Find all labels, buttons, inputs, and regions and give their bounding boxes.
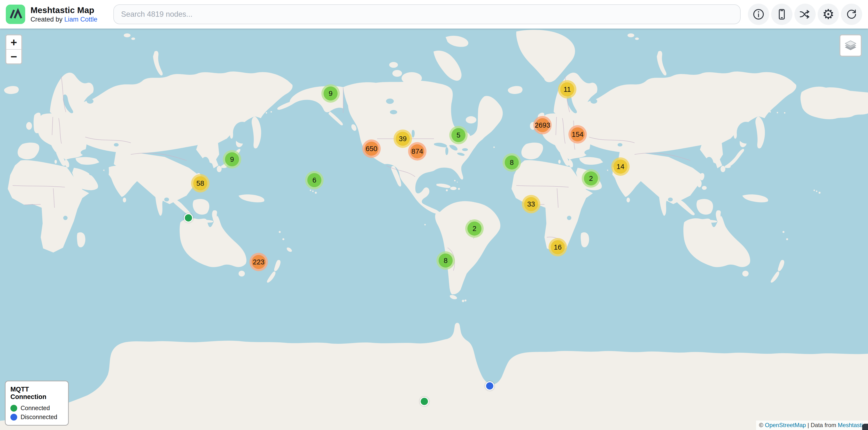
node-marker-connected[interactable] — [420, 397, 429, 406]
meshtastic-logo-icon — [8, 8, 23, 21]
layers-button[interactable] — [839, 34, 862, 57]
refresh-button[interactable] — [841, 4, 862, 25]
node-marker-disconnected[interactable] — [485, 381, 494, 391]
attribution: © OpenStreetMap | Data from Meshtastic — [756, 421, 868, 430]
cluster-marker[interactable]: 39 — [394, 130, 412, 148]
cluster-marker[interactable]: 154 — [568, 125, 587, 143]
zoom-control: + − — [5, 34, 22, 64]
page-title: Meshtastic Map — [31, 5, 103, 15]
cluster-marker[interactable]: 2 — [465, 219, 484, 238]
marker-layer: 911269315439650874589214586332168223 — [0, 29, 868, 430]
cluster-marker[interactable]: 2 — [582, 169, 600, 188]
cluster-marker[interactable]: 58 — [191, 174, 210, 193]
byline-prefix: Created by — [31, 16, 64, 23]
byline: Created by Liam Cottle — [31, 15, 103, 24]
legend-title: MQTT Connection — [10, 386, 63, 401]
map-canvas[interactable]: 911269315439650874589214586332168223 + −… — [0, 29, 868, 430]
cluster-marker[interactable]: 9 — [321, 84, 340, 103]
cluster-marker[interactable]: 14 — [611, 157, 630, 176]
osm-link[interactable]: OpenStreetMap — [765, 422, 806, 428]
app-header: Meshtastic Map Created by Liam Cottle — [0, 0, 868, 29]
cluster-marker[interactable]: 874 — [408, 142, 427, 161]
legend-item-connected: Connected — [10, 405, 63, 411]
header-actions: ⚙ — [748, 4, 862, 25]
cluster-marker[interactable]: 9 — [223, 150, 241, 168]
cluster-marker[interactable]: 16 — [549, 238, 567, 256]
cutoff-corner-element — [862, 424, 868, 430]
disconnected-dot — [10, 414, 17, 421]
legend-label: Connected — [21, 405, 50, 411]
cluster-marker[interactable]: 5 — [449, 126, 468, 144]
search-input[interactable] — [113, 4, 741, 24]
info-button[interactable] — [748, 4, 769, 25]
gear-icon: ⚙ — [822, 7, 834, 21]
legend-item-disconnected: Disconnected — [10, 414, 63, 421]
cluster-marker[interactable]: 650 — [362, 139, 381, 158]
zoom-in-button[interactable]: + — [6, 35, 21, 49]
copyright-symbol: © — [759, 422, 765, 428]
mqtt-legend: MQTT Connection Connected Disconnected — [5, 381, 69, 426]
cluster-marker[interactable]: 11 — [558, 80, 577, 99]
cluster-marker[interactable]: 8 — [502, 153, 521, 172]
legend-label: Disconnected — [21, 414, 57, 421]
connected-dot — [10, 405, 17, 411]
layers-icon — [844, 38, 857, 53]
cluster-marker[interactable]: 223 — [249, 253, 268, 271]
smartphone-icon — [776, 8, 788, 20]
cluster-marker[interactable]: 6 — [305, 171, 323, 189]
meshtastic-link[interactable]: Meshtastic — [838, 422, 866, 428]
refresh-icon — [845, 8, 858, 20]
cluster-marker[interactable]: 33 — [522, 195, 540, 213]
title-block: Meshtastic Map Created by Liam Cottle — [31, 5, 103, 24]
node-marker-connected[interactable] — [184, 213, 193, 223]
random-node-button[interactable] — [795, 4, 816, 25]
zoom-out-button[interactable]: − — [6, 49, 21, 63]
attribution-middle: | Data from — [806, 422, 838, 428]
settings-button[interactable]: ⚙ — [817, 4, 839, 25]
byline-link[interactable]: Liam Cottle — [64, 16, 98, 23]
shuffle-icon — [799, 8, 811, 20]
meshtastic-logo — [6, 5, 25, 24]
cluster-marker[interactable]: 2693 — [533, 116, 552, 134]
cluster-marker[interactable]: 8 — [436, 251, 455, 270]
info-circle-icon — [752, 8, 765, 20]
device-button[interactable] — [771, 4, 793, 25]
